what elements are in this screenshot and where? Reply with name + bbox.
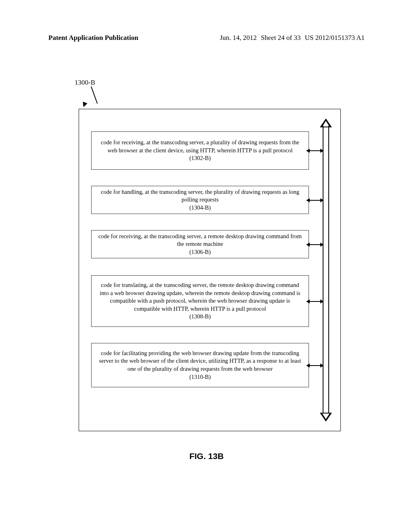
connector-arrow-icon [309,244,321,245]
arrow-down-icon [320,413,332,422]
flow-block-id: (1306-B) [97,248,303,256]
figure-caption: FIG. 13B [0,451,413,461]
flow-block: code for receiving, at the transcoding s… [91,131,309,170]
flow-block-text: code for receiving, at the transcoding s… [97,233,303,248]
connector-arrow-icon [309,150,321,151]
page-header: Patent Application Publication Jun. 14, … [48,34,365,42]
flow-block-id: (1308-B) [97,313,303,321]
flow-block: code for receiving, at the transcoding s… [91,230,309,258]
header-pubno: US 2012/0151373 A1 [305,34,365,42]
patent-page: Patent Application Publication Jun. 14, … [0,0,413,532]
header-left: Patent Application Publication [48,34,138,42]
header-date: Jun. 14, 2012 [220,34,257,42]
flow-block-text: code for facilitating providing the web … [97,349,303,373]
figure-reference-label: 1300-B [75,79,95,87]
flow-block: code for facilitating providing the web … [91,343,309,387]
connector-arrow-icon [309,301,321,302]
connector-arrow-icon [309,200,321,201]
flow-block-id: (1310-B) [97,373,303,381]
header-right: Jun. 14, 2012 Sheet 24 of 33 US 2012/015… [220,34,365,42]
flow-block-text: code for handling, at the transcoding se… [97,188,303,204]
flow-block-text: code for receiving, at the transcoding s… [97,139,303,154]
flow-container: code for receiving, at the transcoding s… [79,109,341,431]
flow-block: code for handling, at the transcoding se… [91,186,309,214]
arrow-shaft [328,126,329,414]
flow-block: code for translating, at the transcoding… [91,275,309,327]
flow-block-text: code for translating, at the transcoding… [97,281,303,313]
vertical-double-arrow-icon [321,119,330,421]
flow-block-id: (1302-B) [97,154,303,162]
label-arrow-shaft [91,86,98,104]
flow-block-id: (1304-B) [97,204,303,212]
arrow-shaft [323,126,323,414]
connector-arrow-icon [309,365,321,366]
label-arrow-head-icon [81,102,87,108]
header-sheet: Sheet 24 of 33 [261,34,301,42]
arrow-up-icon [320,118,332,127]
